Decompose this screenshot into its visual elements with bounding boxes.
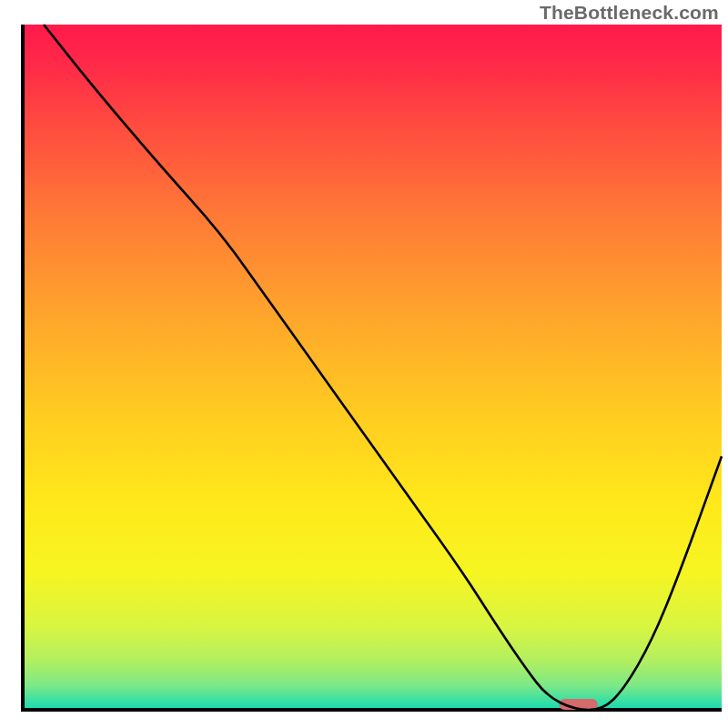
chart-svg [0, 0, 728, 728]
